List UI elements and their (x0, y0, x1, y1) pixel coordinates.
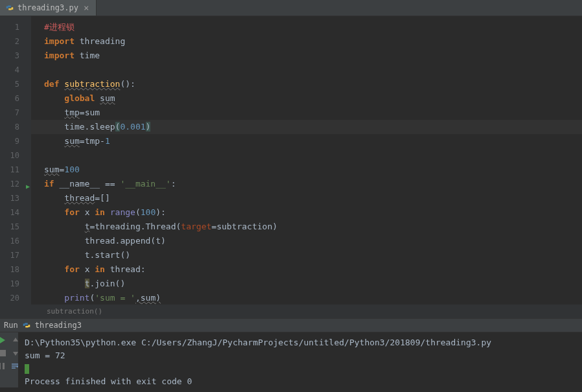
run-label: Run (4, 321, 18, 330)
breadcrumb[interactable]: subtraction() (0, 305, 582, 318)
line-number[interactable]: 2 (0, 34, 31, 49)
line-number[interactable]: 5 (0, 77, 31, 91)
line-number[interactable]: 17 (0, 248, 31, 262)
svg-rect-0 (0, 350, 6, 356)
console-line: Process finished with exit code 0 (25, 375, 576, 388)
close-icon[interactable]: × (82, 3, 91, 13)
svg-rect-1 (0, 363, 1, 369)
tab-name: threading3.py (17, 3, 78, 12)
run-toolbar: Run threading3 (0, 318, 582, 332)
line-number[interactable]: 7 (0, 106, 31, 120)
line-number[interactable]: 3 (0, 49, 31, 63)
line-number[interactable]: 20 (0, 291, 31, 305)
line-number[interactable]: 4 (0, 63, 31, 77)
pause-icon[interactable] (0, 362, 6, 370)
rerun-icon[interactable] (0, 336, 6, 344)
line-number[interactable]: 19 (0, 277, 31, 291)
tab-bar: threading3.py × (0, 0, 582, 16)
line-number[interactable]: 13 (0, 191, 31, 205)
console-output[interactable]: D:\Python35\python.exe C:/Users/ZhangJ/P… (18, 332, 582, 387)
line-number[interactable]: 9 (0, 134, 31, 148)
line-number[interactable]: 6 (0, 91, 31, 106)
console-toolbar (0, 332, 18, 387)
line-number[interactable]: 10 (0, 148, 31, 163)
line-number[interactable]: 18 (0, 262, 31, 277)
line-number[interactable]: 1 (0, 20, 31, 34)
line-number[interactable]: 12▶ (0, 177, 31, 191)
line-number[interactable]: 16 (0, 234, 31, 248)
cursor-icon (25, 364, 29, 374)
console-cursor-line (25, 362, 576, 375)
line-number[interactable]: 14 (0, 205, 31, 220)
run-config-name[interactable]: threading3 (35, 321, 82, 330)
stop-icon[interactable] (0, 349, 6, 357)
console-line: sum = 72 (25, 349, 576, 362)
line-number[interactable]: 8 (0, 120, 31, 134)
python-icon (22, 321, 31, 330)
code-area[interactable]: #进程锁 import threading import time def su… (31, 16, 582, 305)
console-panel: D:\Python35\python.exe C:/Users/ZhangJ/P… (0, 332, 582, 387)
python-icon (5, 3, 14, 12)
svg-rect-2 (3, 363, 5, 369)
editor-area: 1 2 3 4 5 6 7 8 9 10 11 12▶ 13 14 15 16 … (0, 16, 582, 305)
line-gutter: 1 2 3 4 5 6 7 8 9 10 11 12▶ 13 14 15 16 … (0, 16, 31, 305)
editor-tab[interactable]: threading3.py × (0, 0, 97, 16)
line-number[interactable]: 15 (0, 220, 31, 234)
line-number[interactable]: 11 (0, 163, 31, 177)
console-line: D:\Python35\python.exe C:/Users/ZhangJ/P… (25, 336, 576, 349)
